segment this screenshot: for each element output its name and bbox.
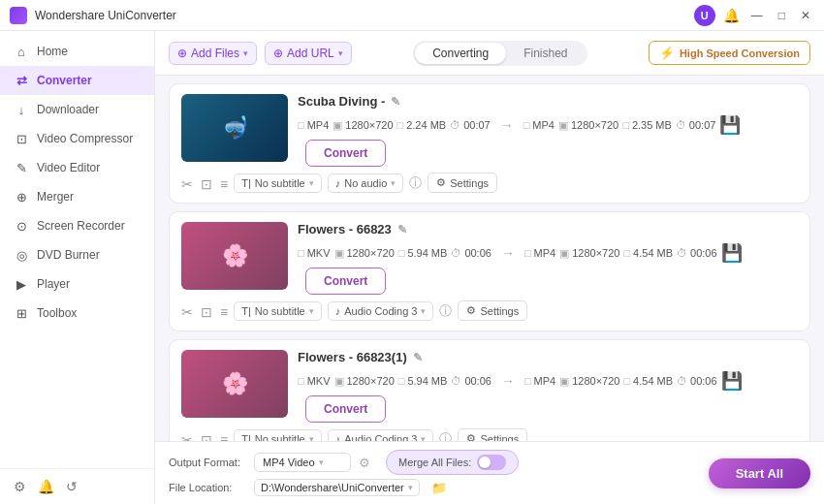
sidebar-item-label: Toolbox [37, 306, 77, 320]
subtitle-select-2[interactable]: T| No subtitle ▾ [234, 301, 322, 321]
input-res-1: ▣ 1280×720 [333, 119, 393, 132]
edit-icon-2[interactable]: ✎ [397, 223, 407, 236]
file-location-row: File Location: D:\Wondershare\UniConvert… [169, 479, 699, 496]
file-card-1: 🤿 Scuba Diving - ✎ □ MP4 [169, 83, 810, 204]
merger-icon: ⊕ [14, 189, 29, 205]
add-files-chevron: ▾ [243, 48, 248, 58]
main-content: ⊕ Add Files ▾ ⊕ Add URL ▾ Converting Fin… [155, 31, 824, 504]
minimize-button[interactable]: — [747, 7, 767, 24]
input-format-2: □ MKV [298, 247, 331, 259]
settings-button-1[interactable]: ⚙ Settings [428, 173, 497, 193]
sidebar-item-label: Downloader [37, 103, 99, 116]
save-icon-3[interactable]: 💾 [721, 370, 743, 392]
info-icon-1[interactable]: ⓘ [409, 174, 422, 192]
add-files-button[interactable]: ⊕ Add Files ▾ [169, 42, 257, 65]
save-icon-2[interactable]: 💾 [721, 242, 743, 264]
tab-converting[interactable]: Converting [415, 43, 506, 64]
card-actions-3: ✂ ⊡ ≡ [181, 430, 228, 442]
thumbnail-2: 🌸 [181, 222, 288, 290]
output-format-select[interactable]: MP4 Video ▾ [254, 453, 351, 472]
sidebar-item-video-editor[interactable]: ✎ Video Editor [0, 153, 154, 182]
home-icon: ⌂ [14, 44, 29, 59]
bottom-bar: Output Format: MP4 Video ▾ ⚙ Merge All F… [155, 441, 824, 504]
sidebar-item-home[interactable]: ⌂ Home [0, 37, 154, 66]
speed-label: High Speed Conversion [680, 47, 800, 59]
info-icon-3[interactable]: ⓘ [439, 430, 452, 442]
save-icon-1[interactable]: 💾 [719, 114, 741, 136]
bookmark-icon-3[interactable]: ⊡ [201, 432, 212, 442]
output-size-1: □ 2.35 MB [622, 119, 672, 131]
output-gear-icon[interactable]: ⚙ [359, 456, 370, 470]
content-area: 🤿 Scuba Diving - ✎ □ MP4 [155, 76, 824, 441]
tab-finished[interactable]: Finished [506, 43, 585, 64]
sidebar-item-screen-recorder[interactable]: ⊙ Screen Recorder [0, 211, 154, 240]
recorder-icon: ⊙ [14, 218, 29, 234]
cut-icon-2[interactable]: ✂ [181, 304, 193, 320]
output-res-2: ▣ 1280×720 [559, 247, 619, 260]
bookmark-icon-1[interactable]: ⊡ [201, 176, 212, 192]
audio-select-3[interactable]: ♪ Audio Coding 3 ▾ [328, 429, 434, 442]
sidebar-item-toolbox[interactable]: ⊞ Toolbox [0, 299, 154, 328]
input-dur-1: ⏱ 00:07 [450, 119, 491, 131]
merge-toggle[interactable] [477, 455, 506, 470]
card-info-1: Scuba Diving - ✎ □ MP4 ▣ 1280×7 [298, 94, 798, 167]
sidebar-item-player[interactable]: ▶ Player [0, 269, 154, 299]
sidebar-item-downloader[interactable]: ↓ Downloader [0, 95, 154, 124]
toolbox-icon: ⊞ [14, 305, 29, 321]
card-info-3: Flowers - 66823(1) ✎ □ MKV ▣ 12 [298, 350, 798, 423]
audio-select-2[interactable]: ♪ Audio Coding 3 ▾ [328, 301, 434, 321]
audio-select-1[interactable]: ♪ No audio ▾ [328, 173, 404, 193]
info-icon-2[interactable]: ⓘ [439, 302, 452, 320]
notifications-footer-icon[interactable]: 🔔 [38, 479, 54, 494]
thumbnail-1: 🤿 [181, 94, 288, 162]
subtitle-select-3[interactable]: T| No subtitle ▾ [234, 429, 322, 442]
edit-icon-1[interactable]: ✎ [391, 95, 400, 109]
output-size-2: □ 4.54 MB [623, 247, 673, 259]
card-bottom-2: ✂ ⊡ ≡ T| No subtitle ▾ ♪ Audio Coding 3 [181, 300, 798, 321]
top-left-icons: ⊕ Add Files ▾ ⊕ Add URL ▾ [169, 42, 352, 65]
folder-browse-icon[interactable]: 📁 [431, 481, 447, 495]
convert-button-3[interactable]: Convert [305, 395, 386, 423]
output-format-chevron: ▾ [319, 457, 324, 467]
sidebar-item-label: Home [37, 45, 68, 58]
menu-icon-3[interactable]: ≡ [220, 432, 228, 442]
menu-icon-2[interactable]: ≡ [220, 304, 228, 320]
convert-button-2[interactable]: Convert [305, 268, 386, 295]
cut-icon-1[interactable]: ✂ [181, 176, 193, 192]
settings-button-2[interactable]: ⚙ Settings [458, 300, 527, 321]
sidebar-item-converter[interactable]: ⇄ Converter [0, 66, 154, 95]
input-dur-3: ⏱ 00:06 [451, 375, 491, 387]
notification-icon[interactable]: 🔔 [723, 8, 740, 23]
audio-icon-3: ♪ [335, 433, 341, 442]
subtitle-select-1[interactable]: T| No subtitle ▾ [234, 173, 322, 193]
bookmark-icon-2[interactable]: ⊡ [201, 304, 212, 320]
cut-icon-3[interactable]: ✂ [181, 432, 193, 442]
convert-button-1[interactable]: Convert [305, 140, 386, 167]
refresh-footer-icon[interactable]: ↺ [66, 479, 78, 494]
start-all-button[interactable]: Start All [709, 458, 810, 488]
sidebar-item-label: Merger [37, 190, 74, 204]
output-format-row: Output Format: MP4 Video ▾ ⚙ Merge All F… [169, 450, 699, 475]
converter-icon: ⇄ [14, 73, 29, 88]
high-speed-button[interactable]: ⚡ High Speed Conversion [649, 41, 810, 65]
add-url-button[interactable]: ⊕ Add URL ▾ [265, 42, 352, 65]
sidebar-item-merger[interactable]: ⊕ Merger [0, 182, 154, 211]
compressor-icon: ⊡ [14, 131, 29, 146]
output-res-1: ▣ 1280×720 [558, 119, 618, 132]
card-bottom-3: ✂ ⊡ ≡ T| No subtitle ▾ ♪ Audio Coding 3 [181, 428, 798, 441]
sidebar-item-dvd-burner[interactable]: ◎ DVD Burner [0, 240, 154, 269]
output-format-3: □ MP4 [524, 375, 555, 387]
sidebar-item-label: Video Editor [37, 161, 100, 174]
settings-footer-icon[interactable]: ⚙ [14, 479, 26, 494]
edit-icon-3[interactable]: ✎ [413, 351, 423, 364]
settings-button-3[interactable]: ⚙ Settings [458, 428, 527, 441]
bottom-rows: Output Format: MP4 Video ▾ ⚙ Merge All F… [169, 450, 699, 496]
close-button[interactable]: ✕ [797, 7, 814, 24]
input-format-1: □ MP4 [298, 119, 329, 131]
user-icon[interactable]: U [694, 5, 715, 26]
file-title-3: Flowers - 66823(1) ✎ [298, 350, 798, 364]
menu-icon-1[interactable]: ≡ [220, 176, 228, 192]
file-location-select[interactable]: D:\Wondershare\UniConverter ▾ [254, 479, 420, 496]
maximize-button[interactable]: □ [775, 7, 789, 24]
sidebar-item-video-compressor[interactable]: ⊡ Video Compressor [0, 124, 154, 153]
